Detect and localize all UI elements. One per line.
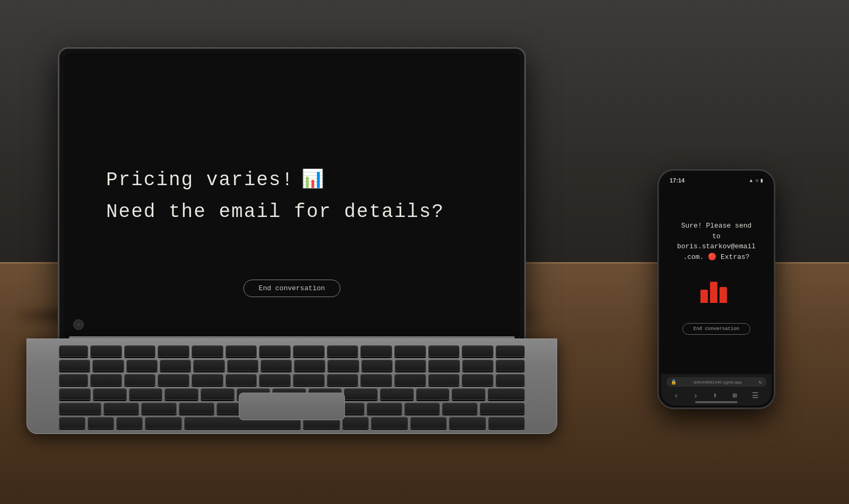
- key-s[interactable]: [129, 388, 163, 400]
- key-f2[interactable]: [124, 345, 156, 357]
- key-bracket-right[interactable]: [462, 374, 493, 386]
- key-y[interactable]: [259, 374, 291, 386]
- key-shift-left[interactable]: [59, 403, 101, 414]
- phone-message-line2: to: [712, 232, 721, 240]
- key-o[interactable]: [360, 374, 392, 386]
- key-period[interactable]: [404, 403, 440, 414]
- key-2[interactable]: [126, 360, 158, 371]
- key-a[interactable]: [93, 388, 127, 400]
- key-return[interactable]: [488, 388, 525, 400]
- key-f1[interactable]: [90, 345, 122, 357]
- key-k[interactable]: [344, 388, 378, 400]
- key-escape[interactable]: [59, 345, 88, 357]
- key-f11[interactable]: [428, 345, 460, 357]
- key-option-right[interactable]: [342, 417, 369, 429]
- key-q[interactable]: [90, 374, 122, 386]
- key-9[interactable]: [361, 360, 393, 371]
- key-tab[interactable]: [59, 374, 88, 386]
- share-nav-icon[interactable]: ⬆: [713, 391, 717, 400]
- key-f7[interactable]: [293, 345, 325, 357]
- key-1[interactable]: [92, 360, 124, 371]
- key-arrow-up[interactable]: [410, 417, 447, 429]
- key-8[interactable]: [327, 360, 359, 371]
- key-command-left[interactable]: [145, 417, 182, 429]
- key-f9[interactable]: [360, 345, 392, 357]
- signal-icon: ▲: [749, 178, 753, 183]
- key-d[interactable]: [164, 388, 198, 400]
- key-delete[interactable]: [496, 345, 525, 357]
- key-equals[interactable]: [462, 360, 493, 371]
- phone-url-bar[interactable]: 🔒 d4fc44f081440.ngrok.app ↻: [666, 377, 766, 387]
- key-i[interactable]: [327, 374, 359, 386]
- key-arrow-left[interactable]: [371, 417, 408, 429]
- laptop-message: Pricing varies! 📊 Need the email for det…: [106, 167, 478, 226]
- key-7[interactable]: [294, 360, 325, 371]
- key-caps-lock[interactable]: [59, 388, 91, 400]
- key-backspace[interactable]: [496, 360, 525, 371]
- phone-message-line3: boris.starkov@email: [677, 242, 756, 250]
- phone-screen: 17:14 ▲ ⌾ ▮ Sure! Please send to boris.s…: [661, 173, 772, 405]
- battery-icon: ▮: [760, 178, 763, 183]
- key-l[interactable]: [380, 388, 414, 400]
- key-e[interactable]: [158, 374, 189, 386]
- key-3[interactable]: [160, 360, 191, 371]
- key-4[interactable]: [193, 360, 224, 371]
- wifi-icon: ⌾: [756, 178, 758, 183]
- phone-home-indicator: [695, 401, 738, 403]
- key-comma[interactable]: [367, 403, 402, 414]
- key-f6[interactable]: [259, 345, 291, 357]
- chart-bar-1: [700, 290, 708, 303]
- key-p[interactable]: [394, 374, 426, 386]
- key-minus[interactable]: [428, 360, 460, 371]
- key-u[interactable]: [293, 374, 325, 386]
- phone-body: 17:14 ▲ ⌾ ▮ Sure! Please send to boris.s…: [658, 170, 775, 409]
- key-control[interactable]: [88, 417, 114, 429]
- key-backtick[interactable]: [59, 360, 90, 371]
- key-fn[interactable]: [59, 417, 85, 429]
- key-w[interactable]: [124, 374, 156, 386]
- key-6[interactable]: [261, 360, 292, 371]
- key-backslash[interactable]: [496, 374, 525, 386]
- key-arrow-down[interactable]: [449, 417, 486, 429]
- key-0[interactable]: [395, 360, 426, 371]
- key-z[interactable]: [103, 403, 139, 414]
- key-arrow-right[interactable]: [488, 417, 525, 429]
- laptop-screen: Pricing varies! 📊 Need the email for det…: [64, 53, 520, 340]
- phone-side-button: [774, 213, 775, 234]
- message-after-emoji: Need the email for details?: [106, 199, 444, 225]
- tabs-nav-icon[interactable]: ⊞: [732, 391, 737, 400]
- refresh-icon[interactable]: ↻: [759, 379, 762, 385]
- laptop-end-conversation-button[interactable]: End conversation: [244, 280, 341, 297]
- message-before-emoji: Pricing varies!: [106, 167, 294, 194]
- key-bracket-left[interactable]: [428, 374, 460, 386]
- key-quote[interactable]: [452, 388, 486, 400]
- key-shift-right[interactable]: [480, 403, 525, 414]
- laptop: Pricing varies! 📊 Need the email for det…: [27, 48, 536, 451]
- key-x[interactable]: [141, 403, 177, 414]
- key-r[interactable]: [192, 374, 223, 386]
- forward-nav-icon[interactable]: ›: [694, 392, 698, 400]
- key-f5[interactable]: [226, 345, 257, 357]
- phone-message-line1: Sure! Please send: [681, 222, 752, 230]
- keyboard-row-1: [59, 345, 525, 357]
- key-f3[interactable]: [158, 345, 189, 357]
- key-5[interactable]: [227, 360, 258, 371]
- phone-status-bar: 17:14 ▲ ⌾ ▮: [661, 173, 772, 186]
- key-f10[interactable]: [394, 345, 426, 357]
- key-semicolon[interactable]: [416, 388, 450, 400]
- lock-icon: 🔒: [671, 379, 677, 385]
- screen-bottom-left-icon: ✦: [73, 319, 84, 330]
- key-t[interactable]: [226, 374, 257, 386]
- key-f4[interactable]: [192, 345, 223, 357]
- phone-end-conversation-button[interactable]: End conversation: [682, 323, 750, 335]
- key-f8[interactable]: [327, 345, 359, 357]
- key-c[interactable]: [179, 403, 214, 414]
- key-option-left[interactable]: [116, 417, 143, 429]
- menu-nav-icon[interactable]: ☰: [752, 391, 759, 400]
- key-f12[interactable]: [462, 345, 493, 357]
- back-nav-icon[interactable]: ‹: [674, 392, 678, 400]
- key-slash[interactable]: [442, 403, 478, 414]
- chart-bar-2: [710, 282, 717, 303]
- key-f[interactable]: [201, 388, 235, 400]
- laptop-trackpad[interactable]: [239, 393, 345, 420]
